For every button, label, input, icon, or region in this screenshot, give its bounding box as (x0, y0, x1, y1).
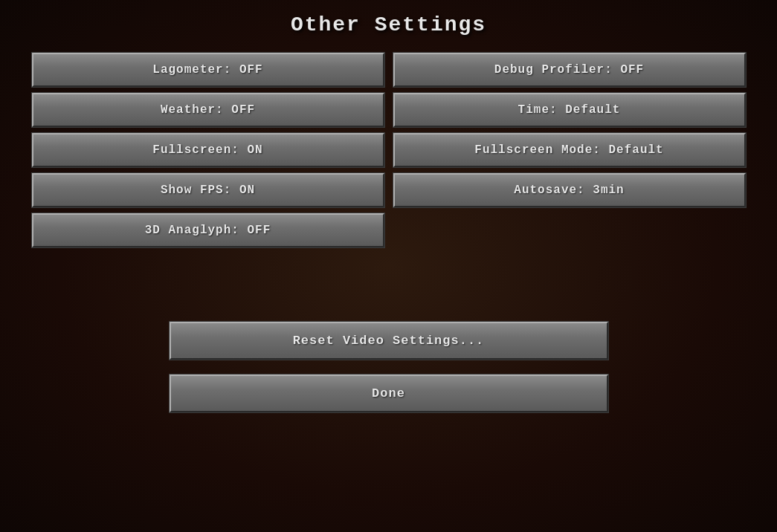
3d-anaglyph-button[interactable]: 3D Anaglyph: OFF (32, 213, 384, 247)
time-button[interactable]: Time: Default (393, 93, 746, 127)
fullscreen-button[interactable]: Fullscreen: ON (32, 133, 384, 167)
weather-button[interactable]: Weather: OFF (32, 93, 384, 127)
show-fps-button[interactable]: Show FPS: ON (32, 173, 384, 207)
settings-grid: Lagometer: OFF Weather: OFF Fullscreen: … (32, 53, 746, 247)
autosave-button[interactable]: Autosave: 3min (393, 173, 746, 207)
debug-profiler-button[interactable]: Debug Profiler: OFF (393, 53, 746, 87)
lagometer-button[interactable]: Lagometer: OFF (32, 53, 384, 87)
page-title: Other Settings (291, 13, 486, 36)
bottom-buttons-area: Reset Video Settings... Done (32, 322, 746, 412)
left-column: Lagometer: OFF Weather: OFF Fullscreen: … (32, 53, 384, 247)
right-column: Debug Profiler: OFF Time: Default Fullsc… (393, 53, 746, 247)
fullscreen-mode-button[interactable]: Fullscreen Mode: Default (393, 133, 746, 167)
reset-video-settings-button[interactable]: Reset Video Settings... (170, 322, 608, 360)
done-button[interactable]: Done (170, 374, 608, 412)
